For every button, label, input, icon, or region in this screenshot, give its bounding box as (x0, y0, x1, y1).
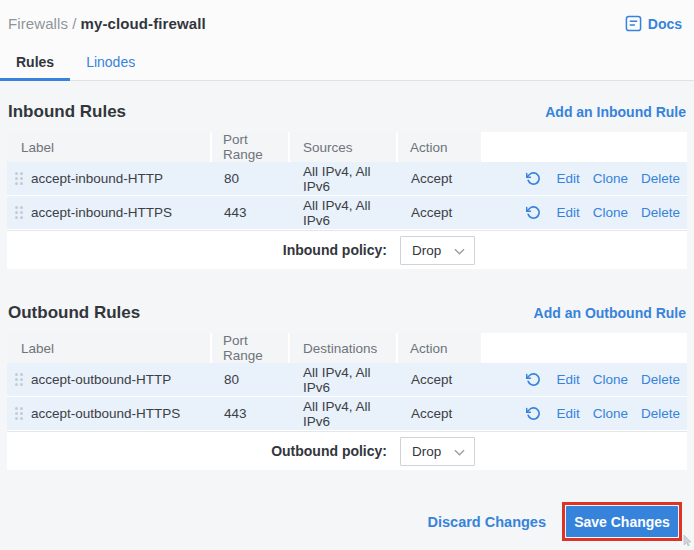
clone-link[interactable]: Clone (593, 372, 628, 387)
main-content: Inbound Rules Add an Inbound Rule Label … (0, 102, 694, 541)
outbound-rules-title: Outbound Rules (8, 303, 140, 323)
rule-port-range: 80 (212, 171, 290, 186)
column-header-label: Label (7, 132, 212, 162)
rule-sources: All IPv4, All IPv6 (290, 198, 398, 228)
breadcrumb-firewalls[interactable]: Firewalls / (8, 15, 77, 32)
rule-action: Accept (398, 205, 483, 220)
drag-handle-icon[interactable] (15, 407, 23, 420)
column-header-port: Port Range (212, 333, 290, 363)
table-row: accept-outbound-HTTP 80 All IPv4, All IP… (7, 363, 687, 397)
column-header-sources: Sources (290, 132, 398, 162)
rule-action: Accept (398, 406, 483, 421)
outbound-policy-value: Drop (412, 444, 441, 459)
top-bar: Firewalls /my-cloud-firewall Docs (0, 0, 694, 32)
inbound-policy-value: Drop (412, 243, 441, 258)
inbound-rules-title: Inbound Rules (8, 102, 126, 122)
outbound-rules-table: Label Port Range Destinations Action acc… (7, 333, 687, 470)
rule-port-range: 443 (212, 406, 290, 421)
tab-linodes[interactable]: Linodes (70, 49, 151, 81)
inbound-table-header: Label Port Range Sources Action (7, 132, 687, 162)
drag-handle-icon[interactable] (15, 206, 23, 219)
breadcrumb-firewall-name: my-cloud-firewall (81, 15, 206, 32)
tab-bar: Rules Linodes (0, 49, 694, 81)
outbound-section-header: Outbound Rules Add an Outbound Rule (7, 303, 687, 323)
mouse-cursor-icon (683, 532, 692, 550)
undo-icon[interactable] (526, 205, 541, 220)
column-header-destinations: Destinations (290, 333, 398, 363)
form-actions: Discard Changes Save Changes (7, 502, 687, 541)
column-header-port: Port Range (212, 132, 290, 162)
save-changes-button[interactable]: Save Changes (566, 506, 678, 537)
docs-label: Docs (648, 16, 682, 32)
rule-port-range: 443 (212, 205, 290, 220)
delete-link[interactable]: Delete (641, 372, 680, 387)
table-row: accept-outbound-HTTPS 443 All IPv4, All … (7, 397, 687, 431)
delete-link[interactable]: Delete (641, 171, 680, 186)
discard-changes-link[interactable]: Discard Changes (428, 514, 546, 530)
column-header-spacer (483, 333, 687, 363)
page-header: Firewalls /my-cloud-firewall Docs Rules … (0, 0, 694, 81)
inbound-policy-row: Inbound policy: Drop (7, 230, 687, 269)
column-header-action: Action (398, 333, 483, 363)
inbound-rules-section: Inbound Rules Add an Inbound Rule Label … (7, 102, 687, 269)
column-header-label: Label (7, 333, 212, 363)
rule-label: accept-outbound-HTTPS (31, 406, 180, 421)
clone-link[interactable]: Clone (593, 406, 628, 421)
docs-link[interactable]: Docs (625, 15, 682, 32)
column-header-action: Action (398, 132, 483, 162)
edit-link[interactable]: Edit (556, 171, 579, 186)
firewall-detail-page: Firewalls /my-cloud-firewall Docs Rules … (0, 0, 694, 550)
rule-label: accept-inbound-HTTPS (31, 205, 172, 220)
rule-label: accept-inbound-HTTP (31, 171, 163, 186)
drag-handle-icon[interactable] (15, 373, 23, 386)
rule-action: Accept (398, 372, 483, 387)
drag-handle-icon[interactable] (15, 172, 23, 185)
inbound-rules-table: Label Port Range Sources Action accept-i… (7, 132, 687, 269)
edit-link[interactable]: Edit (556, 372, 579, 387)
delete-link[interactable]: Delete (641, 406, 680, 421)
undo-icon[interactable] (526, 406, 541, 421)
delete-link[interactable]: Delete (641, 205, 680, 220)
rule-sources: All IPv4, All IPv6 (290, 164, 398, 194)
add-outbound-rule-link[interactable]: Add an Outbound Rule (534, 305, 686, 321)
clone-link[interactable]: Clone (593, 171, 628, 186)
column-header-spacer (483, 132, 687, 162)
tab-rules[interactable]: Rules (0, 49, 70, 81)
outbound-policy-row: Outbound policy: Drop (7, 431, 687, 470)
breadcrumb: Firewalls /my-cloud-firewall (8, 15, 206, 32)
docs-icon (625, 15, 642, 32)
outbound-rules-section: Outbound Rules Add an Outbound Rule Labe… (7, 303, 687, 470)
chevron-down-icon (454, 243, 465, 258)
clone-link[interactable]: Clone (593, 205, 628, 220)
rule-destinations: All IPv4, All IPv6 (290, 365, 398, 395)
outbound-table-header: Label Port Range Destinations Action (7, 333, 687, 363)
edit-link[interactable]: Edit (556, 205, 579, 220)
inbound-section-header: Inbound Rules Add an Inbound Rule (7, 102, 687, 122)
undo-icon[interactable] (526, 372, 541, 387)
chevron-down-icon (454, 444, 465, 459)
annotation-highlight-box: Save Changes (562, 502, 682, 541)
undo-icon[interactable] (526, 171, 541, 186)
rule-label: accept-outbound-HTTP (31, 372, 171, 387)
rule-destinations: All IPv4, All IPv6 (290, 399, 398, 429)
table-row: accept-inbound-HTTPS 443 All IPv4, All I… (7, 196, 687, 230)
rule-port-range: 80 (212, 372, 290, 387)
add-inbound-rule-link[interactable]: Add an Inbound Rule (545, 104, 686, 120)
edit-link[interactable]: Edit (556, 406, 579, 421)
outbound-policy-label: Outbound policy: (271, 443, 387, 459)
inbound-policy-select[interactable]: Drop (400, 236, 475, 265)
outbound-policy-select[interactable]: Drop (400, 437, 475, 466)
inbound-policy-label: Inbound policy: (283, 242, 387, 258)
table-row: accept-inbound-HTTP 80 All IPv4, All IPv… (7, 162, 687, 196)
rule-action: Accept (398, 171, 483, 186)
